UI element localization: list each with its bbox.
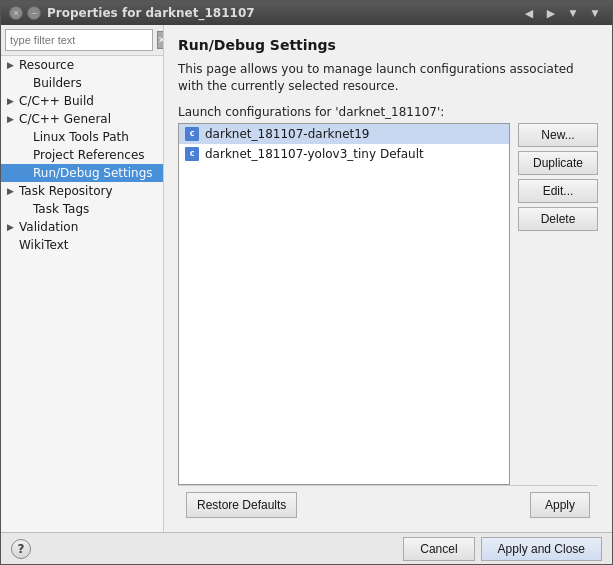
arrow-icon: ▶ <box>7 186 17 196</box>
arrow-icon: ▶ <box>7 60 17 70</box>
title-bar: ✕ − Properties for darknet_181107 ◀ ▶ ▼ … <box>1 1 612 25</box>
sidebar-item-label: Task Tags <box>33 202 89 216</box>
sidebar-item-builders[interactable]: Builders <box>1 74 163 92</box>
arrow-icon: ▶ <box>7 222 17 232</box>
sidebar-item-cpp-general[interactable]: ▶ C/C++ General <box>1 110 163 128</box>
launch-label: Launch configurations for 'darknet_18110… <box>178 105 598 119</box>
panel-title: Run/Debug Settings <box>178 37 598 53</box>
config-icon: c <box>185 127 199 141</box>
config-item-1[interactable]: c darknet_181107-darknet19 <box>179 124 509 144</box>
sidebar-item-label: Validation <box>19 220 78 234</box>
filter-clear-btn[interactable]: ✕ <box>157 31 164 49</box>
sidebar-item-label: Builders <box>33 76 82 90</box>
sidebar-item-label: WikiText <box>19 238 69 252</box>
toolbar-menu-btn[interactable]: ▼ <box>586 4 604 22</box>
window-title: Properties for darknet_181107 <box>47 6 514 20</box>
toolbar-dropdown-btn[interactable]: ▼ <box>564 4 582 22</box>
new-button[interactable]: New... <box>518 123 598 147</box>
config-area: c darknet_181107-darknet19 c darknet_181… <box>178 123 598 485</box>
config-list[interactable]: c darknet_181107-darknet19 c darknet_181… <box>178 123 510 485</box>
edit-button[interactable]: Edit... <box>518 179 598 203</box>
sidebar-item-linux-tools-path[interactable]: Linux Tools Path <box>1 128 163 146</box>
footer-buttons: Cancel Apply and Close <box>403 537 602 561</box>
restore-defaults-button[interactable]: Restore Defaults <box>186 492 297 518</box>
window-controls: ✕ − <box>9 6 41 20</box>
config-icon: c <box>185 147 199 161</box>
window-close-btn[interactable]: ✕ <box>9 6 23 20</box>
toolbar-forward-btn[interactable]: ▶ <box>542 4 560 22</box>
description-text: This page allows you to manage launch co… <box>178 61 598 95</box>
window-minimize-btn[interactable]: − <box>27 6 41 20</box>
arrow-icon: ▶ <box>7 114 17 124</box>
sidebar-item-task-repository[interactable]: ▶ Task Repository <box>1 182 163 200</box>
sidebar-item-wikitext[interactable]: WikiText <box>1 236 163 254</box>
toolbar-back-btn[interactable]: ◀ <box>520 4 538 22</box>
delete-button[interactable]: Delete <box>518 207 598 231</box>
config-label: darknet_181107-darknet19 <box>205 127 370 141</box>
sidebar: ✕ ▶ Resource Builders ▶ C/C++ Build ▶ C/… <box>1 25 164 532</box>
sidebar-item-validation[interactable]: ▶ Validation <box>1 218 163 236</box>
footer-bar: ? Cancel Apply and Close <box>1 532 612 564</box>
content-area: ✕ ▶ Resource Builders ▶ C/C++ Build ▶ C/… <box>1 25 612 532</box>
sidebar-item-label: C/C++ General <box>19 112 111 126</box>
filter-input[interactable] <box>5 29 153 51</box>
sidebar-item-label: Linux Tools Path <box>33 130 129 144</box>
action-buttons: New... Duplicate Edit... Delete <box>518 123 598 485</box>
properties-window: ✕ − Properties for darknet_181107 ◀ ▶ ▼ … <box>0 0 613 565</box>
arrow-icon: ▶ <box>7 96 17 106</box>
sidebar-item-run-debug-settings[interactable]: Run/Debug Settings <box>1 164 163 182</box>
bottom-bar: Restore Defaults Apply <box>178 485 598 524</box>
filter-bar: ✕ <box>1 25 163 56</box>
sidebar-item-project-references[interactable]: Project References <box>1 146 163 164</box>
main-panel: Run/Debug Settings This page allows you … <box>164 25 612 532</box>
sidebar-item-resource[interactable]: ▶ Resource <box>1 56 163 74</box>
sidebar-item-label: Run/Debug Settings <box>33 166 153 180</box>
config-item-2[interactable]: c darknet_181107-yolov3_tiny Default <box>179 144 509 164</box>
help-button[interactable]: ? <box>11 539 31 559</box>
cancel-button[interactable]: Cancel <box>403 537 474 561</box>
sidebar-item-label: Task Repository <box>19 184 113 198</box>
sidebar-item-label: Project References <box>33 148 145 162</box>
sidebar-item-label: C/C++ Build <box>19 94 94 108</box>
sidebar-item-cpp-build[interactable]: ▶ C/C++ Build <box>1 92 163 110</box>
duplicate-button[interactable]: Duplicate <box>518 151 598 175</box>
sidebar-item-label: Resource <box>19 58 74 72</box>
config-label: darknet_181107-yolov3_tiny Default <box>205 147 424 161</box>
apply-and-close-button[interactable]: Apply and Close <box>481 537 602 561</box>
sidebar-item-task-tags[interactable]: Task Tags <box>1 200 163 218</box>
apply-button[interactable]: Apply <box>530 492 590 518</box>
